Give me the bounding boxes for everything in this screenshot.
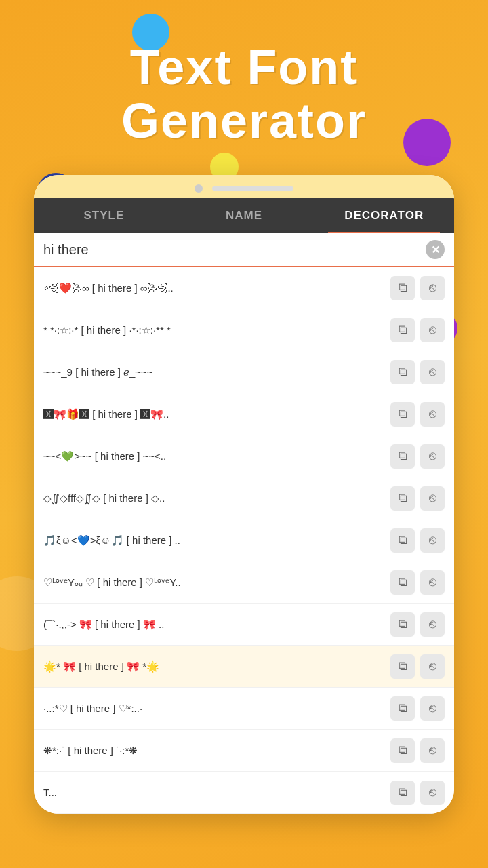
share-button-10[interactable]: ⎋ xyxy=(420,654,445,679)
copy-button-5[interactable]: ⧉ xyxy=(390,444,415,469)
font-text-10: 🌟* 🎀 [ hi there ] 🎀 *🌟 xyxy=(43,660,390,673)
font-item-12: ❋*:·˙ [ hi there ] ˙·:*❋ ⧉ ⎋ xyxy=(34,730,454,772)
share-button-2[interactable]: ⎋ xyxy=(420,318,445,342)
font-text-5: ~~<💚>~~ [ hi there ] ~~<.. xyxy=(43,450,390,462)
share-button-3[interactable]: ⎋ xyxy=(420,360,445,384)
copy-button-13[interactable]: ⧉ xyxy=(390,781,415,805)
share-button-1[interactable]: ⎋ xyxy=(420,276,445,300)
title-line2: Generator xyxy=(121,94,367,148)
font-text-12: ❋*:·˙ [ hi there ] ˙·:*❋ xyxy=(43,745,390,757)
font-item-10: 🌟* 🎀 [ hi there ] 🎀 *🌟 ⧉ ⎋ xyxy=(34,646,454,688)
copy-button-11[interactable]: ⧉ xyxy=(390,696,415,721)
font-text-3: ~~~_9 [ hi there ] ℯ_~~~ xyxy=(43,366,390,378)
font-item-6: ◇∬◇fff◇∬◇ [ hi there ] ◇.. ⧉ ⎋ xyxy=(34,477,454,519)
phone-camera xyxy=(195,184,203,193)
phone-mockup: STYLE NAME DECORATOR ✕ ◇꧁❤️꧂∞ [ hi there… xyxy=(34,175,454,814)
app-title-section: Text Font Generator xyxy=(0,0,488,161)
share-button-12[interactable]: ⎋ xyxy=(420,738,445,763)
font-text-9: (¯`·.,,-> 🎀 [ hi there ] 🎀 .. xyxy=(43,618,390,631)
title-line1: Text Font xyxy=(130,40,359,94)
tab-style[interactable]: STYLE xyxy=(34,198,174,233)
copy-button-1[interactable]: ⧉ xyxy=(390,276,415,300)
font-item-4: 🆇🎀🎁🆇 [ hi there ] 🆇🎀.. ⧉ ⎋ xyxy=(34,393,454,435)
font-text-2: * *·:☆:·* [ hi there ] ·*·:☆:·** * xyxy=(43,324,390,336)
copy-button-7[interactable]: ⧉ xyxy=(390,528,415,553)
font-item-5: ~~<💚>~~ [ hi there ] ~~<.. ⧉ ⎋ xyxy=(34,435,454,477)
copy-button-2[interactable]: ⧉ xyxy=(390,318,415,342)
share-button-5[interactable]: ⎋ xyxy=(420,444,445,469)
font-text-11: ·..:*♡ [ hi there ] ♡*:..· xyxy=(43,703,390,715)
search-clear-button[interactable]: ✕ xyxy=(426,240,445,259)
copy-button-3[interactable]: ⧉ xyxy=(390,360,415,384)
share-button-6[interactable]: ⎋ xyxy=(420,486,445,511)
share-button-8[interactable]: ⎋ xyxy=(420,570,445,595)
font-text-6: ◇∬◇fff◇∬◇ [ hi there ] ◇.. xyxy=(43,492,390,505)
font-text-8: ♡ᴸᵒᵛᵉYₒᵤ ♡ [ hi there ] ♡ᴸᵒᵛᵉY.. xyxy=(43,576,390,589)
search-bar: ✕ xyxy=(34,233,454,267)
share-button-13[interactable]: ⎋ xyxy=(420,781,445,805)
font-item-13: T... ⧉ ⎋ xyxy=(34,772,454,814)
copy-button-8[interactable]: ⧉ xyxy=(390,570,415,595)
share-button-9[interactable]: ⎋ xyxy=(420,612,445,637)
search-input[interactable] xyxy=(43,242,426,258)
tab-name[interactable]: NAME xyxy=(174,198,314,233)
tab-bar: STYLE NAME DECORATOR xyxy=(34,198,454,233)
phone-notch xyxy=(34,175,454,198)
font-item-9: (¯`·.,,-> 🎀 [ hi there ] 🎀 .. ⧉ ⎋ xyxy=(34,604,454,646)
font-text-1: ◇꧁❤️꧂∞ [ hi there ] ∞꧂꧁.. xyxy=(43,282,390,294)
phone-speaker xyxy=(212,186,293,191)
share-button-7[interactable]: ⎋ xyxy=(420,528,445,553)
font-item-7: 🎵ξ☺<💙>ξ☺🎵 [ hi there ] .. ⧉ ⎋ xyxy=(34,519,454,561)
font-item-8: ♡ᴸᵒᵛᵉYₒᵤ ♡ [ hi there ] ♡ᴸᵒᵛᵉY.. ⧉ ⎋ xyxy=(34,561,454,604)
font-text-4: 🆇🎀🎁🆇 [ hi there ] 🆇🎀.. xyxy=(43,408,390,420)
font-list: ◇꧁❤️꧂∞ [ hi there ] ∞꧂꧁.. ⧉ ⎋ * *·:☆:·* … xyxy=(34,267,454,814)
font-text-7: 🎵ξ☺<💙>ξ☺🎵 [ hi there ] .. xyxy=(43,534,390,547)
tab-decorator[interactable]: DECORATOR xyxy=(314,198,454,233)
copy-button-6[interactable]: ⧉ xyxy=(390,486,415,511)
copy-button-9[interactable]: ⧉ xyxy=(390,612,415,637)
share-button-11[interactable]: ⎋ xyxy=(420,696,445,721)
copy-button-10[interactable]: ⧉ xyxy=(390,654,415,679)
font-item-1: ◇꧁❤️꧂∞ [ hi there ] ∞꧂꧁.. ⧉ ⎋ xyxy=(34,267,454,309)
share-button-4[interactable]: ⎋ xyxy=(420,402,445,427)
copy-button-4[interactable]: ⧉ xyxy=(390,402,415,427)
font-item-3: ~~~_9 [ hi there ] ℯ_~~~ ⧉ ⎋ xyxy=(34,351,454,393)
font-item-11: ·..:*♡ [ hi there ] ♡*:..· ⧉ ⎋ xyxy=(34,688,454,730)
font-text-13: T... xyxy=(43,787,390,798)
copy-button-12[interactable]: ⧉ xyxy=(390,738,415,763)
font-item-2: * *·:☆:·* [ hi there ] ·*·:☆:·** * ⧉ ⎋ xyxy=(34,309,454,351)
